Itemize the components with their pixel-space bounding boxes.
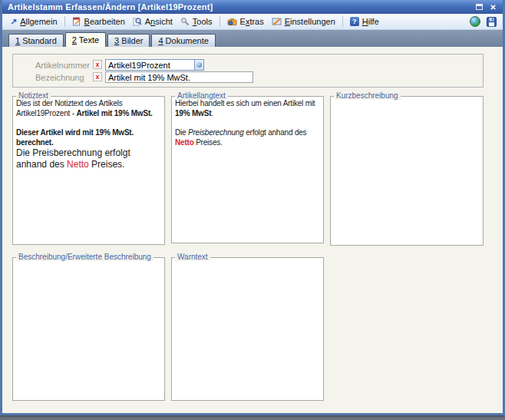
settings-icon [272, 17, 282, 26]
warntext-group: Warntext [171, 253, 324, 401]
warntext-legend: Warntext [175, 253, 210, 261]
required-marker-icon: x [93, 72, 102, 81]
lookup-sphere-icon [196, 62, 202, 68]
artikellangtext-paragraph: Die Preisberechnung erfolgt anhand des N… [175, 127, 320, 147]
notiztext-paragraph: Dies ist der Notiztext des Artikels Arti… [16, 98, 161, 118]
menu-label: Bearbeiten [84, 17, 125, 26]
kurzbeschreibung-textarea[interactable] [330, 96, 484, 246]
menu-item-extras[interactable]: Extras [223, 16, 268, 27]
save-icon[interactable] [487, 17, 497, 27]
menu-label: Tools [193, 17, 213, 26]
notiztext-textarea[interactable]: Dies ist der Notiztext des Artikels Arti… [12, 96, 165, 245]
tab-texte[interactable]: 2 Texte [65, 32, 106, 47]
menu-item-allgemein[interactable]: ↗ Allgemein [6, 16, 61, 27]
notiztext-paragraph: Dieser Artikel wird mit 19% MwSt. berech… [16, 127, 161, 170]
artikellangtext-paragraph: Hierbei handelt es sich um einen Artikel… [175, 98, 320, 118]
kurzbeschreibung-group: Kurzbeschreibung [330, 92, 484, 246]
notiztext-legend: Notiztext [16, 91, 51, 100]
toolbox-icon [227, 17, 237, 26]
tab-dokumente[interactable]: 4 Dokumente [151, 34, 215, 47]
tab-strip: 1 Standard 2 Texte 3 Bilder 4 Dokumente [2, 30, 503, 47]
window-title: Artikelstamm Erfassen/Ändern [Artikel19P… [8, 2, 471, 12]
menu-item-hilfe[interactable]: ? Hilfe [346, 16, 383, 27]
notebook-edit-icon [72, 17, 81, 26]
menu-separator [342, 16, 343, 27]
menu-item-ansicht[interactable]: Ansicht [129, 16, 177, 27]
bezeichnung-input[interactable] [105, 71, 253, 83]
menu-bar: ↗ Allgemein Bearbeiten Ansicht Tools [2, 14, 503, 30]
menu-separator [219, 16, 220, 27]
artikelnummer-input[interactable] [105, 59, 204, 71]
menu-label: Hilfe [362, 17, 379, 26]
restore-icon [476, 4, 483, 10]
close-window-button[interactable]: ✕ [487, 2, 499, 12]
app-window: Artikelstamm Erfassen/Ändern [Artikel19P… [0, 0, 505, 415]
bezeichnung-label: Bezeichnung [35, 73, 84, 82]
artikelnummer-lookup-button[interactable] [194, 59, 204, 71]
required-marker-icon: x [93, 60, 102, 69]
wrench-icon [180, 17, 190, 26]
artikelnummer-label: Artikelnummer [35, 61, 90, 70]
beschreibung-textarea[interactable] [12, 257, 165, 401]
help-icon: ? [350, 17, 359, 26]
menu-label: Einstellungen [285, 17, 335, 26]
menu-label: Ansicht [145, 17, 173, 26]
menu-separator [64, 16, 65, 27]
menu-item-einstellungen[interactable]: Einstellungen [268, 16, 339, 27]
magnifier-icon [133, 17, 142, 26]
refresh-globe-icon[interactable] [470, 16, 480, 27]
menu-item-tools[interactable]: Tools [177, 16, 216, 27]
menu-item-bearbeiten[interactable]: Bearbeiten [68, 16, 129, 27]
artikellangtext-group: Artikellangtext Hierbei handelt es sich … [171, 92, 324, 243]
kurzbeschreibung-legend: Kurzbeschreibung [334, 91, 401, 100]
tab-standard[interactable]: 1 Standard [8, 34, 64, 47]
menu-label: Allgemein [20, 17, 57, 26]
warntext-textarea[interactable] [171, 257, 324, 401]
beschreibung-group: Beschreibung/Erweiterte Beschreibung [12, 253, 165, 401]
menu-label: Extras [240, 17, 264, 26]
tab-bilder[interactable]: 3 Bilder [107, 34, 150, 47]
notiztext-group: Notiztext Dies ist der Notiztext des Art… [12, 92, 165, 245]
title-bar: Artikelstamm Erfassen/Ändern [Artikel19P… [2, 0, 503, 14]
arrow-up-right-icon: ↗ [10, 18, 17, 26]
article-header-box: Artikelnummer x Bezeichnung x [12, 54, 484, 88]
beschreibung-legend: Beschreibung/Erweiterte Beschreibung [16, 253, 153, 261]
artikellangtext-textarea[interactable]: Hierbei handelt es sich um einen Artikel… [171, 96, 324, 243]
artikellangtext-legend: Artikellangtext [175, 91, 228, 100]
tab-content-texte: Artikelnummer x Bezeichnung x Notiztext … [2, 47, 503, 413]
restore-window-button[interactable] [474, 2, 485, 12]
close-icon: ✕ [490, 2, 496, 12]
menu-right-actions [470, 16, 497, 27]
